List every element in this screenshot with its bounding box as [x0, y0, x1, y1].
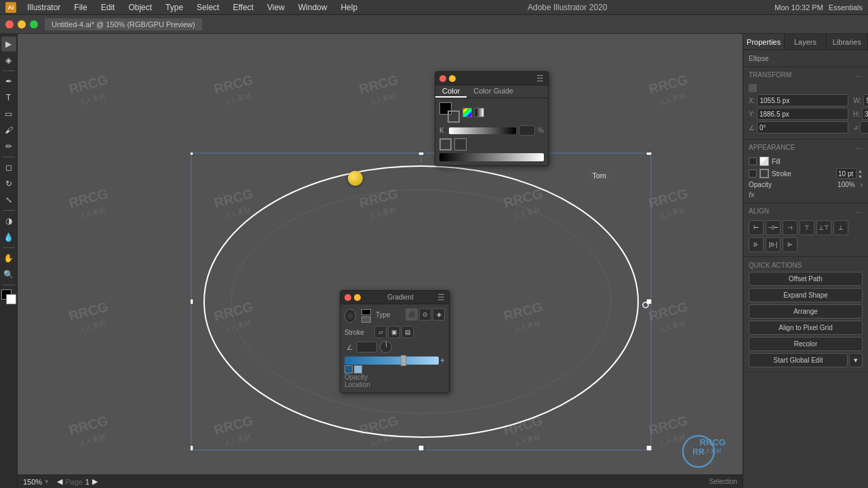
- essentials-button[interactable]: Essentials: [829, 3, 863, 12]
- distribute-right-btn[interactable]: ⊫: [783, 237, 797, 252]
- rotate-tool[interactable]: ↻: [1, 176, 16, 191]
- page-nav-prev[interactable]: ◀: [57, 477, 62, 486]
- spectrum-icon[interactable]: [462, 108, 472, 117]
- k-slider[interactable]: [449, 127, 516, 134]
- stroke-input[interactable]: [836, 168, 856, 179]
- menu-edit[interactable]: Edit: [98, 2, 118, 13]
- gradient-track[interactable]: [344, 357, 439, 365]
- k-input[interactable]: [519, 125, 535, 136]
- paintbrush-tool[interactable]: 🖌: [1, 123, 16, 138]
- color-gradient-bar[interactable]: [439, 153, 544, 161]
- stroke-btn-2[interactable]: ▣: [388, 326, 400, 338]
- menu-type[interactable]: Type: [163, 2, 186, 13]
- start-global-edit-arrow[interactable]: ▾: [849, 353, 863, 367]
- angle-circle[interactable]: [380, 341, 392, 353]
- shape-tool[interactable]: ▭: [1, 106, 16, 121]
- zoom-control[interactable]: 150% ▾: [23, 477, 49, 486]
- stop-1[interactable]: [344, 365, 353, 373]
- stop-2[interactable]: [354, 365, 362, 373]
- distribute-left-btn[interactable]: ⊪: [749, 237, 764, 252]
- recolor-button[interactable]: Recolor: [749, 337, 863, 351]
- tab-libraries[interactable]: Libraries: [827, 34, 868, 49]
- freeform-gradient-btn[interactable]: ◈: [433, 308, 445, 321]
- type-tool[interactable]: T: [1, 90, 16, 105]
- offset-path-button[interactable]: Offset Path: [749, 272, 863, 286]
- tab-layers[interactable]: Layers: [785, 34, 826, 49]
- align-more[interactable]: ⋯: [856, 209, 863, 216]
- align-center-h-btn[interactable]: ⊣⊢: [766, 220, 781, 235]
- color-selector[interactable]: [1, 289, 16, 304]
- w-input[interactable]: [863, 94, 868, 106]
- page-nav-next[interactable]: ▶: [92, 477, 98, 486]
- page-input[interactable]: 1: [85, 478, 90, 486]
- gradient-preview[interactable]: [344, 309, 356, 323]
- menu-effect[interactable]: Effect: [230, 2, 256, 13]
- stroke-btn-1[interactable]: ▱: [374, 326, 387, 338]
- gradient-handle[interactable]: [348, 171, 363, 186]
- document-tab[interactable]: Untitled-4.ai* @ 150% (RGB/GPU Preview): [45, 18, 202, 30]
- stroke-swatch[interactable]: [448, 110, 460, 123]
- minimize-button[interactable]: [18, 20, 26, 28]
- grayscale-icon[interactable]: [475, 108, 484, 117]
- fill-icon[interactable]: [454, 138, 467, 150]
- stroke-down[interactable]: ▼: [858, 174, 863, 179]
- stroke-color-swatch[interactable]: [760, 169, 769, 178]
- menu-object[interactable]: Object: [125, 2, 155, 13]
- menu-file[interactable]: File: [71, 2, 90, 13]
- fill-color-swatch[interactable]: [760, 157, 769, 166]
- align-center-v-btn[interactable]: ⊥⊤: [816, 220, 831, 235]
- color-tab-guide[interactable]: Color Guide: [467, 85, 520, 98]
- color-panel-menu[interactable]: ☰: [536, 74, 544, 83]
- pen-tool[interactable]: ✒: [1, 74, 16, 89]
- fill-checkbox[interactable]: [749, 157, 757, 165]
- menu-select[interactable]: Select: [194, 2, 222, 13]
- zoom-tool[interactable]: 🔍: [1, 267, 16, 282]
- eyedropper-tool[interactable]: 💧: [1, 230, 16, 245]
- close-button[interactable]: [5, 20, 14, 28]
- menu-help[interactable]: Help: [338, 2, 360, 13]
- eraser-tool[interactable]: ◻: [1, 160, 16, 175]
- x-input[interactable]: [757, 94, 848, 106]
- hand-tool[interactable]: ✋: [1, 251, 16, 266]
- gradient-panel-close[interactable]: [344, 294, 351, 301]
- gradient-thumb[interactable]: [401, 355, 406, 366]
- appearance-more[interactable]: ⋯: [856, 145, 863, 152]
- color-panel-min[interactable]: [449, 75, 456, 82]
- y-input[interactable]: [757, 108, 848, 120]
- color-tab-color[interactable]: Color: [435, 85, 467, 98]
- menu-illustrator[interactable]: Illustrator: [24, 2, 63, 13]
- transform-link-icon[interactable]: [749, 84, 757, 92]
- radial-gradient-btn[interactable]: ⊙: [419, 308, 431, 321]
- distribute-h-btn[interactable]: |⊪|: [766, 237, 781, 252]
- menu-window[interactable]: Window: [296, 2, 330, 13]
- opacity-more[interactable]: ›: [861, 181, 863, 188]
- background-color[interactable]: [6, 294, 16, 304]
- expand-shape-button[interactable]: Expand Shape: [749, 288, 863, 302]
- arrange-button[interactable]: Arrange: [749, 304, 863, 319]
- scale-tool[interactable]: ⤡: [1, 192, 16, 207]
- angle-input[interactable]: [357, 342, 377, 352]
- align-right-btn[interactable]: ⊣: [783, 220, 797, 235]
- align-pixel-grid-button[interactable]: Align to Pixel Grid: [749, 321, 863, 335]
- angle-input[interactable]: [757, 121, 848, 134]
- color-panel-header[interactable]: ☰: [435, 72, 548, 85]
- color-panel-close[interactable]: [439, 75, 446, 82]
- gradient-panel-menu[interactable]: ☰: [437, 293, 445, 302]
- stroke-icon[interactable]: [439, 138, 452, 150]
- gradient-panel-min[interactable]: [354, 294, 361, 301]
- gradient-tool[interactable]: ◑: [1, 214, 16, 228]
- shear-input[interactable]: [860, 121, 868, 134]
- align-left-btn[interactable]: ⊢: [749, 220, 764, 235]
- direct-selection-tool[interactable]: ◈: [1, 53, 16, 68]
- start-global-edit-button[interactable]: Start Global Edit: [749, 353, 848, 367]
- gradient-bg[interactable]: [361, 317, 371, 323]
- tab-properties[interactable]: Properties: [743, 34, 785, 49]
- pencil-tool[interactable]: ✏: [1, 139, 16, 154]
- gradient-panel-header[interactable]: Gradient ☰: [340, 291, 449, 304]
- gradient-add-stop[interactable]: +: [440, 356, 445, 365]
- menu-view[interactable]: View: [264, 2, 288, 13]
- transform-more[interactable]: ⋯: [856, 73, 863, 80]
- stroke-up[interactable]: ▲: [858, 169, 863, 174]
- h-input[interactable]: [862, 108, 868, 120]
- stroke-btn-3[interactable]: ▤: [401, 326, 414, 338]
